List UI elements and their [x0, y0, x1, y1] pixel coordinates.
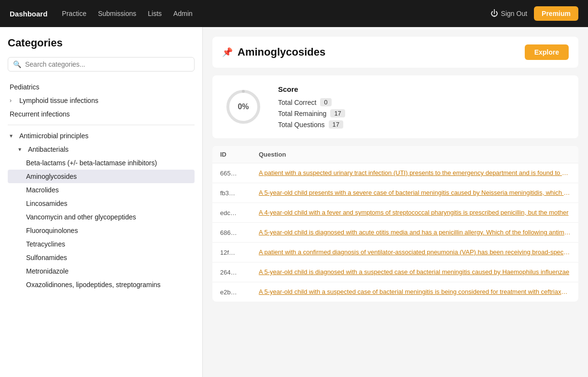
sidebar-item-aminoglycosides[interactable]: Aminoglycosides — [8, 170, 195, 183]
chevron-icon: › — [10, 97, 16, 104]
search-input[interactable] — [25, 60, 189, 68]
sidebar-item-lincosamides[interactable]: Lincosamides — [8, 197, 195, 210]
score-title: Score — [278, 85, 345, 93]
sidebar-item-macrolides[interactable]: Macrolides — [8, 183, 195, 197]
sidebar-title: Categories — [8, 37, 195, 49]
row-id: 665… — [220, 169, 259, 177]
tree-item-label: Antimicrobial principles — [19, 132, 88, 140]
progress-circle: 0% — [224, 87, 263, 126]
nav-brand[interactable]: Dashboard — [10, 10, 47, 18]
row-id: 12f… — [220, 248, 259, 256]
nav-links: Practice Submissions Lists Admin — [62, 10, 476, 17]
row-question-link[interactable]: A 5-year-old child with a suspected case… — [259, 288, 571, 295]
sidebar-item-beta-lactams[interactable]: Beta-lactams (+/- beta-lactamase inhibit… — [8, 156, 195, 170]
sidebar-item-antibacterials[interactable]: ▾Antibacterials — [8, 143, 195, 156]
total-remaining-row: Total Remaining 17 — [278, 109, 345, 117]
total-questions-label: Total Questions — [278, 121, 325, 129]
explore-button[interactable]: Explore — [525, 44, 569, 60]
total-correct-row: Total Correct 0 — [278, 98, 345, 106]
table-row: 12f… A patient with a confirmed diagnosi… — [212, 243, 578, 262]
row-id: 264… — [220, 268, 259, 276]
pin-icon: 📌 — [222, 47, 233, 58]
total-questions-row: Total Questions 17 — [278, 120, 345, 129]
table-body: 665… A patient with a suspected urinary … — [212, 163, 578, 302]
tree-item-label: Sulfonamides — [26, 254, 67, 261]
table-row: 665… A patient with a suspected urinary … — [212, 163, 578, 183]
table-row: e2b… A 5-year-old child with a suspected… — [212, 282, 578, 302]
total-correct-value: 0 — [320, 98, 331, 106]
sidebar-item-fluoroquinolones[interactable]: Fluoroquinolones — [8, 224, 195, 237]
sidebar-item-lymphoid[interactable]: ›Lymphoid tissue infections — [8, 94, 195, 107]
nav-practice[interactable]: Practice — [62, 10, 86, 17]
total-correct-label: Total Correct — [278, 99, 316, 106]
nav-submissions[interactable]: Submissions — [98, 10, 136, 17]
table-row: edc… A 4-year-old child with a fever and… — [212, 203, 578, 223]
row-id: 686… — [220, 229, 259, 236]
row-question-link[interactable]: A patient with a suspected urinary tract… — [259, 169, 571, 176]
nav-lists[interactable]: Lists — [148, 10, 162, 17]
navbar: Dashboard Practice Submissions Lists Adm… — [0, 0, 588, 27]
tree-item-label: Oxazolidinones, lipodeptides, streptogra… — [26, 281, 161, 289]
tree-item-label: Metronidazole — [26, 267, 69, 275]
row-question-link[interactable]: A 5-year-old child is diagnosed with acu… — [259, 229, 571, 236]
row-question-link[interactable]: A 5-year-old child is diagnosed with a s… — [259, 268, 571, 276]
row-id: edc… — [220, 209, 259, 217]
tree-item-label: Lincosamides — [26, 200, 68, 207]
sidebar-item-oxazolidinones[interactable]: Oxazolidinones, lipodeptides, streptogra… — [8, 278, 195, 291]
sidebar-item-vancomycin[interactable]: Vancomycin and other glycopeptides — [8, 210, 195, 224]
table-row: fb3… A 5-year-old child presents with a … — [212, 183, 578, 203]
table-row: 686… A 5-year-old child is diagnosed wit… — [212, 223, 578, 243]
total-remaining-value: 17 — [330, 109, 345, 117]
chevron-icon: ▾ — [10, 132, 16, 139]
sign-out-button[interactable]: ⏻ Sign Out — [490, 9, 527, 18]
tree-item-label: Recurrent infections — [10, 110, 70, 118]
table-header: ID Question — [212, 146, 578, 163]
tree-item-label: Fluoroquinolones — [26, 227, 78, 234]
score-card: 0% Score Total Correct 0 Total Remaining… — [212, 75, 578, 138]
row-id: fb3… — [220, 189, 259, 197]
tree-item-label: Antibacterials — [28, 145, 69, 153]
sidebar: Categories 🔍 Pediatrics›Lymphoid tissue … — [0, 27, 203, 377]
tree-item-label: Pediatrics — [10, 83, 39, 91]
search-icon: 🔍 — [13, 60, 21, 68]
content-area: 📌 Aminoglycosides Explore 0% Score Total… — [203, 27, 588, 377]
chevron-icon: ▾ — [18, 146, 25, 153]
tree-divider — [8, 125, 195, 125]
tree-item-label: Macrolides — [26, 186, 59, 194]
content-title-row: 📌 Aminoglycosides — [222, 46, 325, 58]
sidebar-item-pediatrics[interactable]: Pediatrics — [8, 80, 195, 94]
tree-item-label: Vancomycin and other glycopeptides — [26, 213, 136, 221]
content-header: 📌 Aminoglycosides Explore — [212, 37, 578, 68]
row-question-link[interactable]: A patient with a confirmed diagnosis of … — [259, 248, 571, 256]
tree-item-label: Beta-lactams (+/- beta-lactamase inhibit… — [26, 159, 157, 167]
category-tree: Pediatrics›Lymphoid tissue infectionsRec… — [8, 80, 195, 291]
score-details: Score Total Correct 0 Total Remaining 17… — [278, 85, 345, 129]
sidebar-item-metronidazole[interactable]: Metronidazole — [8, 264, 195, 278]
nav-admin[interactable]: Admin — [173, 10, 193, 17]
power-icon: ⏻ — [490, 9, 498, 18]
sidebar-item-sulfonamides[interactable]: Sulfonamides — [8, 251, 195, 264]
row-question-link[interactable]: A 4-year-old child with a fever and symp… — [259, 209, 571, 216]
table-row: 264… A 5-year-old child is diagnosed wit… — [212, 262, 578, 282]
total-questions-value: 17 — [329, 120, 343, 129]
total-remaining-label: Total Remaining — [278, 110, 326, 117]
progress-label: 0% — [238, 102, 249, 111]
main-layout: Categories 🔍 Pediatrics›Lymphoid tissue … — [0, 27, 588, 377]
content-title: Aminoglycosides — [238, 46, 325, 58]
tree-item-label: Lymphoid tissue infections — [19, 97, 98, 104]
sidebar-item-recurrent[interactable]: Recurrent infections — [8, 107, 195, 121]
premium-button[interactable]: Premium — [534, 6, 578, 21]
row-id: e2b… — [220, 288, 259, 296]
row-question-link[interactable]: A 5-year-old child presents with a sever… — [259, 189, 571, 196]
sidebar-item-antimicrobial[interactable]: ▾Antimicrobial principles — [8, 129, 195, 143]
tree-item-label: Tetracyclines — [26, 240, 65, 248]
search-box: 🔍 — [8, 57, 195, 72]
sidebar-item-tetracyclines[interactable]: Tetracyclines — [8, 237, 195, 251]
col-id-header: ID — [220, 151, 259, 158]
nav-right: ⏻ Sign Out Premium — [490, 6, 578, 21]
questions-table: ID Question 665… A patient with a suspec… — [212, 146, 578, 302]
col-question-header: Question — [259, 151, 571, 158]
tree-item-label: Aminoglycosides — [26, 173, 77, 180]
